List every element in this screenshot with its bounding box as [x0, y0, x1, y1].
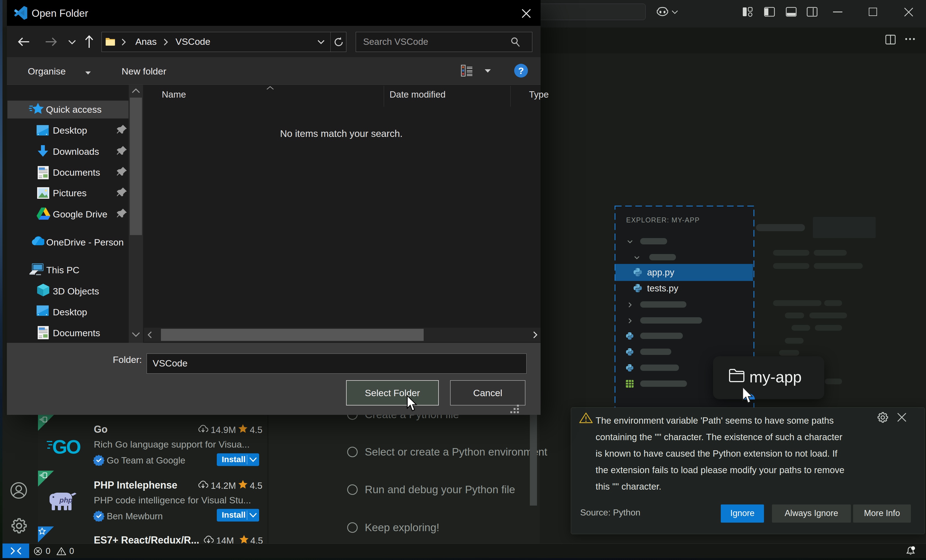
- svg-text:php: php: [59, 496, 73, 504]
- svg-text:GO: GO: [52, 436, 80, 458]
